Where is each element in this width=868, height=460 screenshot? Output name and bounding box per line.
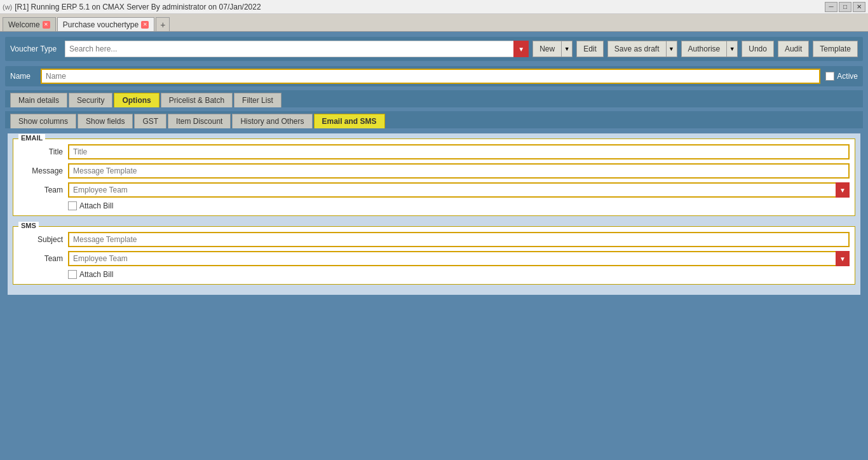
sms-attach-bill-row: Attach Bill [68,270,850,279]
sms-team-dropdown-container: ▼ [68,251,850,266]
tab-purchase-vouchertype-close[interactable]: ✕ [141,21,149,29]
email-message-input[interactable] [68,163,850,179]
sms-team-input[interactable] [68,251,850,266]
dropdown-arrow-icon: ▼ [518,46,524,53]
tab-welcome-close[interactable]: ✕ [43,21,50,29]
tab-options[interactable]: Options [114,93,159,107]
tab-welcome[interactable]: Welcome ✕ [3,17,56,31]
tab-pricelist-batch[interactable]: Pricelist & Batch [161,93,233,107]
restore-button[interactable]: □ [839,2,851,12]
email-team-input[interactable] [68,182,850,198]
email-section-legend: EMAIL [18,134,45,142]
tab-security[interactable]: Security [69,93,112,107]
sms-team-dropdown-icon: ▼ [839,255,846,262]
email-message-row: Message [18,163,850,179]
sub-tab-gst[interactable]: GST [134,114,166,128]
tab-main-details[interactable]: Main details [10,93,67,107]
email-title-label: Title [18,147,63,156]
new-dropdown-arrow-button[interactable]: ▼ [561,41,573,57]
new-button-group: New ▼ [532,41,573,57]
active-container: ✓ Active [825,72,858,81]
email-team-label: Team [18,186,63,194]
tab-purchase-vouchertype-label: Purchase vouchertype [63,20,139,29]
tab-bar: Welcome ✕ Purchase vouchertype ✕ + [0,14,868,32]
sub-tab-history-others[interactable]: History and Others [232,114,312,128]
sms-subject-row: Subject [18,232,850,247]
voucher-type-label: Voucher Type [10,44,61,53]
tab-purchase-vouchertype[interactable]: Purchase vouchertype ✕ [57,17,154,31]
title-bar-text: (w) [R1] Running ERP 5.1 on CMAX Server … [3,3,261,11]
sms-attach-bill-label: Attach Bill [79,270,113,279]
sub-tab-show-columns[interactable]: Show columns [10,114,76,128]
email-team-dropdown-icon: ▼ [839,187,846,194]
active-checkbox[interactable]: ✓ [825,72,834,81]
sms-team-dropdown-button[interactable]: ▼ [836,251,850,266]
authorise-button[interactable]: Authorise [681,41,727,57]
email-team-dropdown-container: ▼ [68,182,850,198]
sms-team-label: Team [18,254,63,263]
sms-section: SMS Subject Team ▼ Attach Bill [13,226,855,285]
close-button[interactable]: ✕ [853,2,865,12]
email-message-label: Message [18,166,63,175]
email-section: EMAIL Title Message Team ▼ [13,139,855,216]
window-title: [R1] Running ERP 5.1 on CMAX Server By a… [15,3,261,11]
sms-team-row: Team ▼ [18,251,850,266]
sms-subject-label: Subject [18,235,63,244]
save-as-draft-dropdown-arrow-button[interactable]: ▼ [666,41,677,57]
email-attach-bill-checkbox-item: Attach Bill [68,201,113,210]
undo-button[interactable]: Undo [742,41,774,57]
email-team-row: Team ▼ [18,182,850,198]
nav-tabs: Main details Security Options Pricelist … [5,90,863,107]
sms-attach-bill-checkbox-item: Attach Bill [68,270,113,279]
save-as-draft-button[interactable]: Save as draft [607,41,666,57]
email-team-dropdown-button[interactable]: ▼ [836,182,850,198]
search-container: ▼ [65,41,529,57]
email-attach-bill-row: Attach Bill [68,201,850,210]
sub-tab-item-discount[interactable]: Item Discount [168,114,231,128]
email-title-row: Title [18,144,850,159]
sub-tab-show-fields[interactable]: Show fields [78,114,133,128]
sms-attach-bill-checkbox[interactable] [68,270,77,279]
audit-button[interactable]: Audit [778,41,809,57]
name-input[interactable] [41,69,820,84]
search-dropdown-button[interactable]: ▼ [513,41,529,57]
minimize-button[interactable]: ─ [825,2,837,12]
name-row: Name ✓ Active [5,66,863,86]
new-button[interactable]: New [532,41,561,57]
tab-filter-list[interactable]: Filter List [234,93,281,107]
active-label: Active [837,72,858,81]
authorise-button-group: Authorise ▼ [681,41,738,57]
sub-tabs-nav: Show columns Show fields GST Item Discou… [5,111,863,128]
edit-button[interactable]: Edit [576,41,604,57]
toolbar: Voucher Type ▼ New ▼ Edit Save as draft … [5,37,863,61]
sms-subject-input[interactable] [68,232,850,247]
tab-welcome-label: Welcome [8,20,40,29]
authorise-dropdown-arrow-button[interactable]: ▼ [726,41,738,57]
sub-tab-email-sms[interactable]: Email and SMS [314,114,385,128]
add-tab-button[interactable]: + [156,17,170,31]
content-panel: EMAIL Title Message Team ▼ [8,133,860,295]
save-as-draft-button-group: Save as draft ▼ [607,41,677,57]
template-button[interactable]: Template [813,41,858,57]
email-attach-bill-label: Attach Bill [79,201,113,210]
email-attach-bill-checkbox[interactable] [68,201,77,210]
title-bar-controls: ─ □ ✕ [825,2,865,12]
title-bar: (w) [R1] Running ERP 5.1 on CMAX Server … [0,0,868,14]
sms-section-legend: SMS [18,222,39,229]
search-input[interactable] [65,41,529,57]
name-label: Name [10,72,36,81]
main-content: Voucher Type ▼ New ▼ Edit Save as draft … [0,32,868,300]
email-title-input[interactable] [68,144,850,159]
